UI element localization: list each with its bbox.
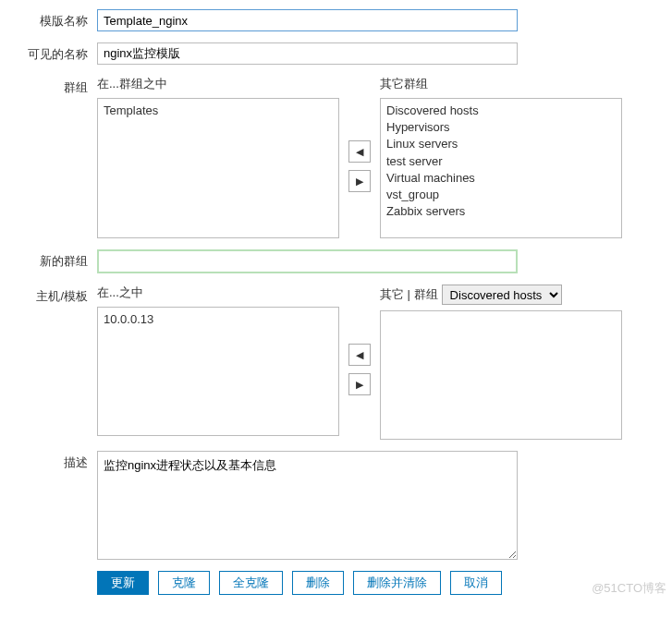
groups-move-right-button[interactable]: ▶	[348, 170, 371, 192]
list-item[interactable]: Discovered hosts	[386, 103, 616, 119]
groups-other-listbox[interactable]: Discovered hostsHypervisorsLinux servers…	[380, 98, 622, 238]
hosts-in-label: 在...之中	[97, 285, 339, 301]
groups-label: 群组	[9, 76, 97, 96]
visible-name-label: 可见的名称	[9, 42, 97, 63]
hosts-other-listbox[interactable]	[380, 310, 622, 440]
new-group-input[interactable]	[97, 249, 518, 273]
hosts-label: 主机/模板	[9, 285, 97, 305]
list-item[interactable]: Templates	[104, 103, 333, 119]
list-item[interactable]: vst_group	[386, 187, 616, 203]
delete-clear-button[interactable]: 删除并清除	[353, 571, 441, 595]
template-name-label: 模版名称	[9, 9, 97, 30]
groups-in-label: 在...群组之中	[97, 76, 339, 92]
list-item[interactable]: Hypervisors	[386, 119, 616, 136]
visible-name-input[interactable]	[97, 42, 518, 65]
hosts-in-listbox[interactable]: 10.0.0.13	[97, 307, 339, 436]
clone-button[interactable]: 克隆	[158, 571, 210, 595]
delete-button[interactable]: 删除	[292, 571, 344, 595]
hosts-group-select[interactable]: Discovered hosts	[442, 285, 562, 305]
description-label: 描述	[9, 451, 97, 471]
cancel-button[interactable]: 取消	[450, 571, 502, 595]
list-item[interactable]: test server	[386, 153, 616, 170]
full-clone-button[interactable]: 全克隆	[219, 571, 283, 595]
list-item[interactable]: Linux servers	[386, 136, 616, 152]
description-textarea[interactable]	[97, 451, 518, 560]
groups-in-listbox[interactable]: Templates	[97, 98, 339, 238]
triangle-right-icon: ▶	[356, 379, 363, 391]
groups-other-label: 其它群组	[380, 76, 622, 92]
update-button[interactable]: 更新	[97, 571, 149, 595]
triangle-right-icon: ▶	[356, 176, 363, 188]
hosts-move-left-button[interactable]: ◀	[348, 344, 371, 366]
new-group-label: 新的群组	[9, 249, 97, 270]
triangle-left-icon: ◀	[356, 349, 363, 361]
template-name-input[interactable]	[97, 9, 518, 31]
list-item[interactable]: Virtual machines	[386, 170, 616, 187]
triangle-left-icon: ◀	[356, 146, 363, 158]
hosts-move-right-button[interactable]: ▶	[348, 373, 371, 395]
hosts-other-label: 其它 | 群组	[380, 286, 438, 303]
list-item[interactable]: Zabbix servers	[386, 203, 616, 220]
list-item[interactable]: 10.0.0.13	[104, 311, 333, 328]
groups-move-left-button[interactable]: ◀	[348, 140, 371, 163]
